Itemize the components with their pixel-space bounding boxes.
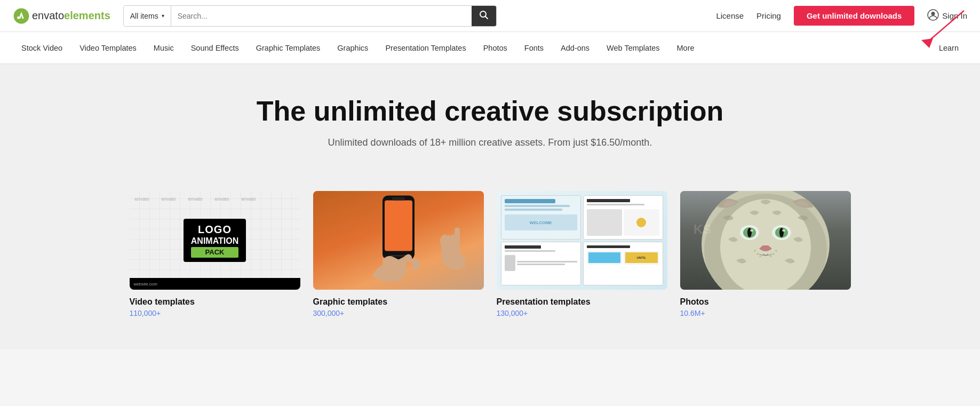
search-input[interactable]: [171, 6, 472, 26]
nav-addons[interactable]: Add-ons: [552, 32, 598, 64]
svg-point-28: [770, 255, 772, 257]
sign-in-link[interactable]: Sign In: [927, 9, 967, 22]
pricing-link[interactable]: Pricing: [756, 11, 781, 20]
top-links: License Pricing Get unlimited downloads …: [716, 6, 967, 26]
svg-line-3: [485, 16, 488, 19]
card-image-video-templates: envato envato envato envato envato LOGO …: [130, 191, 300, 290]
svg-point-27: [772, 253, 775, 255]
svg-point-26: [775, 250, 777, 252]
user-icon: [927, 9, 939, 22]
nav-web-templates[interactable]: Web Templates: [598, 32, 668, 64]
svg-text:KS: KS: [694, 222, 711, 236]
card-count-video-templates: 110,000+: [130, 309, 300, 317]
chevron-down-icon: ▾: [162, 13, 164, 19]
card-label-graphic-templates: Graphic templates: [313, 297, 484, 307]
search-button[interactable]: [472, 6, 496, 26]
logo[interactable]: envatoelements: [13, 7, 110, 25]
svg-point-21: [750, 229, 753, 232]
svg-point-24: [756, 253, 759, 255]
card-photos[interactable]: KS Photos 10.6M+: [680, 191, 851, 317]
svg-point-1: [17, 16, 20, 19]
top-bar: envatoelements All items ▾ License: [0, 0, 980, 32]
nav-more[interactable]: More: [668, 32, 703, 64]
hero-title: The unlimited creative subscription: [11, 96, 969, 126]
nav-learn[interactable]: Learn: [930, 32, 967, 64]
hero-subtitle: Unlimited downloads of 18+ million creat…: [11, 137, 969, 148]
logo-elements: elements: [64, 10, 110, 21]
nav-stock-video[interactable]: Stock Video: [13, 32, 71, 64]
search-container: All items ▾: [123, 5, 497, 27]
sign-in-label: Sign In: [942, 11, 967, 20]
logo-envato: envato: [32, 10, 64, 21]
svg-point-19: [747, 228, 752, 237]
card-label-presentation-templates: Presentation templates: [497, 297, 667, 307]
svg-point-25: [759, 255, 761, 257]
svg-point-5: [931, 12, 935, 15]
svg-rect-10: [392, 197, 405, 200]
envato-logo-icon: [13, 7, 30, 25]
license-link[interactable]: License: [716, 11, 744, 20]
pres-slide-1: WELCOME: [501, 195, 581, 240]
svg-point-20: [779, 228, 784, 237]
cards-section: envato envato envato envato envato LOGO …: [0, 175, 980, 349]
nav-photos[interactable]: Photos: [475, 32, 516, 64]
card-count-photos: 10.6M+: [680, 309, 851, 317]
pointing-hand-svg: [433, 224, 476, 277]
card-image-graphic-templates: [313, 191, 484, 290]
navigation-bar: Stock Video Video Templates Music Sound …: [0, 32, 980, 64]
nav-presentation-templates[interactable]: Presentation Templates: [377, 32, 474, 64]
card-image-presentation-templates: WELCOME: [497, 191, 667, 290]
logo-animation-pack-badge: LOGO ANIMATION PACK: [184, 219, 246, 262]
card-label-photos: Photos: [680, 297, 851, 307]
card-graphic-templates[interactable]: Graphic templates 300,000+: [313, 191, 484, 317]
card-label-video-templates: Video templates: [130, 297, 300, 307]
svg-point-0: [14, 8, 29, 23]
nav-sound-effects[interactable]: Sound Effects: [182, 32, 248, 64]
nav-graphic-templates[interactable]: Graphic Templates: [248, 32, 329, 64]
svg-point-22: [782, 229, 785, 232]
nav-music[interactable]: Music: [145, 32, 182, 64]
hero-section: The unlimited creative subscription Unli…: [0, 64, 980, 175]
card-count-graphic-templates: 300,000+: [313, 309, 484, 317]
phone-with-hands-svg: [361, 193, 436, 286]
card-image-photos: KS: [680, 191, 851, 290]
search-category-dropdown[interactable]: All items ▾: [124, 6, 171, 26]
nav-graphics[interactable]: Graphics: [329, 32, 377, 64]
card-presentation-templates[interactable]: WELCOME: [497, 191, 667, 317]
pres-slide-4: UNTIL: [583, 242, 663, 286]
get-unlimited-downloads-button[interactable]: Get unlimited downloads: [794, 6, 914, 26]
pres-slide-3: [501, 242, 581, 286]
card-count-presentation-templates: 130,000+: [497, 309, 667, 317]
nav-fonts[interactable]: Fonts: [516, 32, 552, 64]
search-category-label: All items: [130, 12, 158, 20]
nav-video-templates[interactable]: Video Templates: [71, 32, 145, 64]
leopard-face-svg: KS: [680, 191, 851, 290]
svg-rect-9: [385, 200, 412, 251]
search-icon: [479, 10, 489, 22]
svg-point-23: [754, 250, 756, 252]
pres-slide-2: [583, 195, 663, 240]
card-video-templates[interactable]: envato envato envato envato envato LOGO …: [130, 191, 300, 317]
